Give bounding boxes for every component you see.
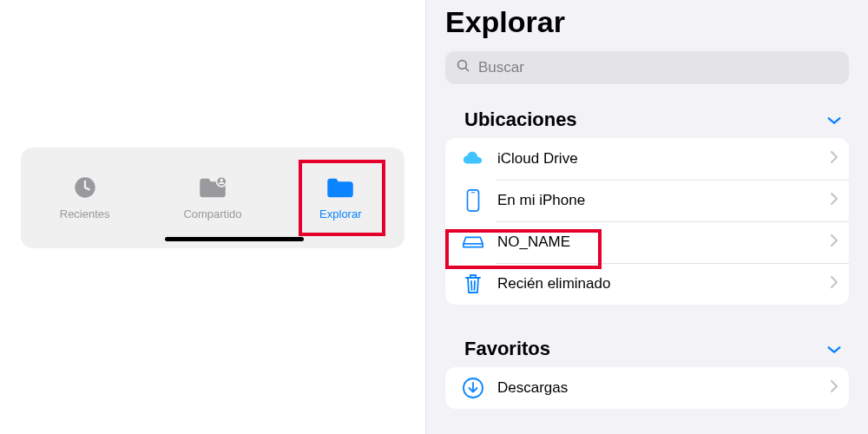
cloud-icon	[459, 148, 487, 170]
page-title: Explorar	[426, 0, 868, 51]
section-header-favorites[interactable]: Favoritos	[426, 331, 868, 367]
tab-shared[interactable]: Compartido	[156, 175, 269, 220]
bottom-tab-bar: Recientes Compartido Explorar	[21, 148, 404, 248]
row-label: Recién eliminado	[497, 275, 830, 293]
tab-bar-preview: Recientes Compartido Explorar	[0, 0, 425, 434]
chevron-down-icon	[826, 108, 842, 131]
svg-line-8	[471, 281, 472, 290]
section-header-locations[interactable]: Ubicaciones	[426, 102, 868, 138]
row-external-drive[interactable]: NO_NAME	[445, 221, 849, 263]
section-title-locations: Ubicaciones	[464, 108, 577, 131]
row-label: En mi iPhone	[497, 192, 830, 209]
svg-line-9	[475, 281, 476, 290]
favorites-list: Descargas	[445, 367, 849, 409]
chevron-right-icon	[830, 192, 838, 209]
svg-rect-6	[471, 192, 476, 193]
chevron-right-icon	[830, 150, 838, 168]
row-icloud-drive[interactable]: iCloud Drive	[445, 138, 849, 180]
svg-rect-5	[468, 190, 479, 211]
row-label: iCloud Drive	[497, 150, 830, 168]
section-title-favorites: Favoritos	[464, 338, 550, 360]
home-indicator	[165, 237, 304, 241]
search-placeholder: Buscar	[478, 59, 524, 76]
download-icon	[459, 377, 487, 399]
chevron-right-icon	[830, 233, 838, 251]
search-icon	[456, 58, 471, 77]
row-downloads[interactable]: Descargas	[445, 367, 849, 409]
chevron-right-icon	[830, 275, 838, 293]
clock-icon	[70, 175, 100, 202]
chevron-right-icon	[830, 379, 838, 397]
row-recently-deleted[interactable]: Recién eliminado	[445, 263, 849, 305]
trash-icon	[459, 273, 487, 295]
chevron-down-icon	[826, 338, 842, 360]
browse-panel: Explorar Buscar Ubicaciones iCloud Drive…	[425, 0, 868, 434]
svg-point-2	[220, 179, 223, 182]
locations-list: iCloud Drive En mi iPhone NO_NAME	[445, 138, 849, 305]
tab-shared-label: Compartido	[183, 207, 241, 220]
tab-browse-label: Explorar	[319, 207, 361, 220]
tab-browse[interactable]: Explorar	[284, 175, 397, 220]
shared-folder-icon	[198, 175, 227, 202]
drive-icon	[459, 231, 487, 253]
row-label: NO_NAME	[497, 233, 830, 251]
row-label: Descargas	[497, 379, 830, 397]
svg-line-4	[465, 68, 469, 71]
search-input[interactable]: Buscar	[445, 51, 849, 84]
tab-recent[interactable]: Recientes	[29, 175, 141, 220]
folder-icon	[326, 175, 355, 202]
iphone-icon	[459, 189, 487, 212]
svg-point-3	[458, 61, 467, 69]
row-on-my-iphone[interactable]: En mi iPhone	[445, 180, 849, 221]
tab-recent-label: Recientes	[60, 207, 110, 220]
